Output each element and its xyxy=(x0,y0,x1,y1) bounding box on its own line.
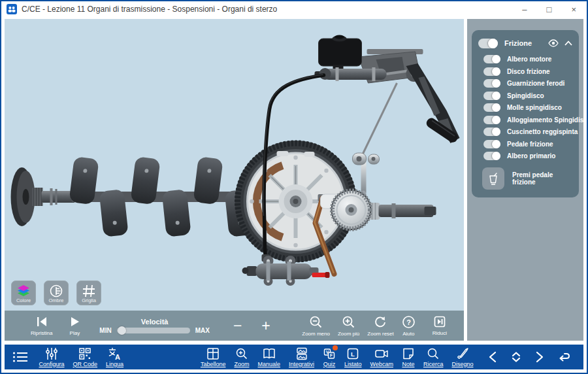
frizione-toggle[interactable] xyxy=(478,39,498,48)
disco-frizione-toggle[interactable] xyxy=(483,67,500,76)
speed-control: Velocità MIN MAX xyxy=(99,318,210,334)
taskbar-item-listato[interactable]: L Listato xyxy=(344,347,362,367)
speed-decrease-button[interactable]: − xyxy=(233,318,242,333)
part-row-guarnizione-ferodi: Guarnizione ferodi xyxy=(483,79,572,88)
taskbar-item-label: Manuale xyxy=(258,361,281,367)
zoom-out-button[interactable]: Zoom meno xyxy=(302,315,330,337)
speed-label: Velocità xyxy=(141,318,169,326)
taskbar-item-label: Ricerca xyxy=(423,361,444,367)
taskbar-item-manuale[interactable]: Manuale xyxy=(258,347,281,367)
help-label: Aiuto xyxy=(402,331,414,337)
note-icon xyxy=(402,347,415,360)
taskbar-item-integrativi[interactable]: Integrativi xyxy=(289,347,314,367)
alloggiamento-spingidisco-toggle[interactable] xyxy=(483,116,500,124)
press-pedal-button[interactable] xyxy=(482,167,504,190)
panel-header-label: Frizione xyxy=(504,39,532,47)
zoom-reset-label: Zoom reset xyxy=(367,331,393,337)
press-pedal-label: Premi pedale frizione xyxy=(512,171,572,186)
zoom-out-icon xyxy=(309,315,323,329)
3d-viewport[interactable]: Colore Ombre Griglia xyxy=(5,19,464,311)
skip-start-icon xyxy=(35,315,48,328)
speed-max-label: MAX xyxy=(195,327,210,334)
lesson-navigation xyxy=(488,351,570,363)
taskbar-item-disegno[interactable]: Disegno xyxy=(451,347,473,367)
taskbar-item-webcam[interactable]: Webcam xyxy=(370,347,393,367)
maximize-button[interactable]: □ xyxy=(547,5,552,14)
taskbar-item-zoom[interactable]: Zoom xyxy=(234,347,249,367)
speed-slider-knob[interactable] xyxy=(118,326,126,335)
taskbar-item-tabellone[interactable]: Tabellone xyxy=(201,347,226,367)
taskbar-item-note[interactable]: Note xyxy=(402,347,415,367)
taskbar-item-ricerca[interactable]: Ricerca xyxy=(423,347,444,367)
part-row-molle-spingidisco: Molle spingidisco xyxy=(483,103,572,112)
cuscinetto-reggispinta-toggle[interactable] xyxy=(483,128,500,136)
restore-button[interactable]: Ripristina xyxy=(31,315,52,336)
spingidisco-toggle[interactable] xyxy=(483,92,500,100)
nav-previous-button[interactable] xyxy=(488,351,497,363)
play-button[interactable]: Play xyxy=(68,315,81,336)
reduce-button[interactable]: Riduci xyxy=(433,315,447,336)
albero-motore-toggle[interactable] xyxy=(483,55,500,63)
webcam-icon xyxy=(374,347,389,360)
eye-icon[interactable] xyxy=(548,39,559,47)
nav-next-button[interactable] xyxy=(535,351,544,363)
window-title: C/CE - Lezione 11 Organi di trasmissione… xyxy=(22,5,277,14)
taskbar-item-qr-code[interactable]: QR Code xyxy=(73,347,98,367)
taskbar-item-label: Configura xyxy=(39,361,65,367)
taskbar-item-label: Lingua xyxy=(106,361,123,367)
part-row-spingidisco: Spingidisco xyxy=(483,92,572,100)
part-row-pedale-frizione: Pedale frizione xyxy=(483,140,572,148)
book-icon xyxy=(263,347,276,360)
part-label: Alloggiamento Spingidisco xyxy=(507,116,588,124)
taskbar-item-label: Note xyxy=(402,361,414,367)
part-label: Albero motore xyxy=(507,56,551,63)
chevron-up-icon[interactable] xyxy=(564,41,572,46)
press-pedal-icon xyxy=(487,173,499,185)
panel-action: Premi pedale frizione xyxy=(478,167,572,190)
speed-min-label: MIN xyxy=(99,327,111,334)
shadows-button-label: Ombre xyxy=(44,298,68,303)
listing-icon: L xyxy=(346,347,359,360)
taskbar-item-quiz[interactable]: V F Quiz xyxy=(323,347,336,367)
zoom-in-button[interactable]: Zoom più xyxy=(338,315,359,337)
app-icon xyxy=(7,4,17,14)
main-area: Colore Ombre Griglia xyxy=(5,19,583,341)
speed-slider[interactable] xyxy=(117,328,190,333)
menu-button[interactable] xyxy=(12,350,28,364)
svg-text:A: A xyxy=(115,352,120,360)
taskbar-item-lingua[interactable]: A Lingua xyxy=(106,347,123,367)
taskbar: Configura QR Code A Lingua xyxy=(5,345,583,369)
part-label: Pedale frizione xyxy=(507,141,553,148)
nav-return-button[interactable] xyxy=(558,351,570,363)
parts-list: Albero motore Disco frizione Guarnizione… xyxy=(478,55,572,160)
search-icon xyxy=(427,347,440,360)
nav-expand-button[interactable] xyxy=(511,351,521,363)
grid-button[interactable]: Griglia xyxy=(76,280,101,305)
albero-primario-toggle[interactable] xyxy=(483,152,500,160)
playback-controls: Ripristina Play Velocità MIN MAX xyxy=(5,311,464,341)
color-button[interactable]: Colore xyxy=(11,280,36,305)
minimize-button[interactable]: – xyxy=(522,5,527,14)
zoom-reset-button[interactable]: Zoom reset xyxy=(367,315,393,337)
part-row-albero-primario: Albero primario xyxy=(483,152,572,160)
part-row-albero-motore: Albero motore xyxy=(483,55,572,63)
app-window: C/CE - Lezione 11 Organi di trasmissione… xyxy=(0,0,588,374)
guarnizione-ferodi-toggle[interactable] xyxy=(483,79,500,88)
3d-scene-canvas[interactable] xyxy=(5,19,464,311)
taskbar-item-configura[interactable]: Configura xyxy=(39,347,65,367)
close-button[interactable]: × xyxy=(571,5,576,14)
part-label: Cuscinetto reggispinta xyxy=(507,128,578,135)
part-label: Molle spingidisco xyxy=(507,104,562,111)
taskbar-item-label: QR Code xyxy=(73,361,98,367)
pedale-frizione-toggle[interactable] xyxy=(483,140,500,148)
molle-spingidisco-toggle[interactable] xyxy=(483,103,500,112)
svg-text:L: L xyxy=(351,350,355,358)
shadows-button[interactable]: Ombre xyxy=(44,280,69,305)
taskbar-item-label: Webcam xyxy=(370,361,393,367)
magnifier-plus-icon xyxy=(235,347,248,360)
sidebar: Frizione Albero motore xyxy=(467,19,583,341)
play-icon xyxy=(68,315,81,328)
panel-header: Frizione xyxy=(478,36,572,50)
speed-increase-button[interactable]: + xyxy=(261,318,270,333)
help-button[interactable]: ? Aiuto xyxy=(402,315,416,337)
